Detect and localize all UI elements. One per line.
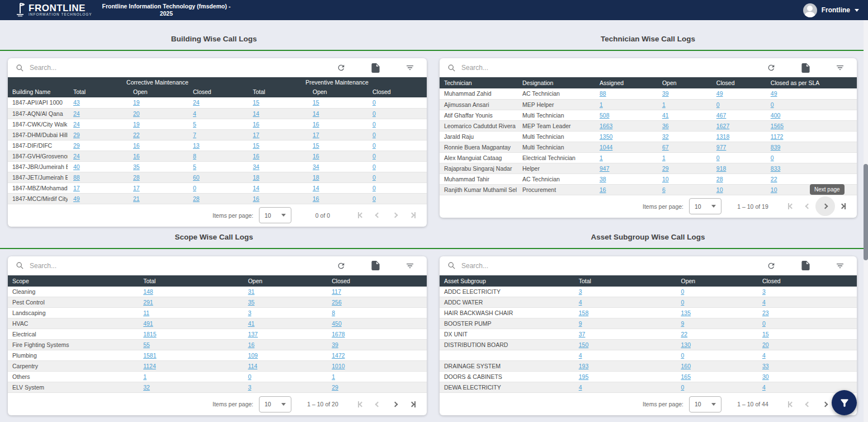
count-link[interactable]: 19 xyxy=(133,99,140,106)
count-link[interactable]: 195 xyxy=(579,373,589,380)
count-link[interactable]: 37 xyxy=(579,331,586,337)
numeric-cell[interactable]: 0 xyxy=(367,108,427,119)
search-input[interactable] xyxy=(461,262,741,270)
filter-icon[interactable] xyxy=(836,261,845,270)
numeric-cell[interactable]: 28 xyxy=(187,193,247,204)
numeric-cell[interactable]: 1044 xyxy=(594,142,657,152)
numeric-cell[interactable]: 33 xyxy=(757,361,857,372)
count-link[interactable]: 1 xyxy=(600,101,603,108)
numeric-cell[interactable]: 109 xyxy=(242,350,326,361)
numeric-cell[interactable]: 1 xyxy=(138,372,242,382)
first-page-button[interactable] xyxy=(782,396,799,413)
count-link[interactable]: 41 xyxy=(248,320,254,327)
numeric-cell[interactable]: 18 xyxy=(247,172,307,182)
numeric-cell[interactable]: 5 xyxy=(187,161,247,172)
count-link[interactable]: 29 xyxy=(73,142,80,149)
count-link[interactable]: 0 xyxy=(771,154,774,161)
count-link[interactable]: 450 xyxy=(332,320,342,327)
count-link[interactable]: 34 xyxy=(253,163,260,170)
count-link[interactable]: 130 xyxy=(681,341,691,348)
numeric-cell[interactable]: 4 xyxy=(573,382,676,393)
numeric-cell[interactable]: 0 xyxy=(765,99,857,110)
numeric-cell[interactable]: 1678 xyxy=(326,329,427,340)
vertical-scrollbar-track[interactable] xyxy=(864,20,868,422)
vertical-scrollbar-thumb[interactable] xyxy=(864,164,868,260)
numeric-cell[interactable]: 947 xyxy=(594,163,657,174)
count-link[interactable]: 30 xyxy=(762,373,769,380)
numeric-cell[interactable]: 4 xyxy=(757,350,857,361)
numeric-cell[interactable]: 117 xyxy=(326,287,427,297)
numeric-cell[interactable]: 1472 xyxy=(326,350,427,361)
numeric-cell[interactable]: 1627 xyxy=(711,120,765,131)
count-link[interactable]: 20 xyxy=(133,110,140,117)
count-link[interactable]: 5 xyxy=(193,121,196,128)
count-link[interactable]: 1350 xyxy=(600,133,612,140)
numeric-cell[interactable]: 15 xyxy=(307,97,367,108)
refresh-icon[interactable] xyxy=(767,63,776,72)
count-link[interactable]: 109 xyxy=(248,352,258,359)
count-link[interactable]: 18 xyxy=(253,174,260,181)
count-link[interactable]: 22 xyxy=(771,176,777,182)
refresh-icon[interactable] xyxy=(767,261,776,270)
count-link[interactable]: 491 xyxy=(143,320,153,327)
first-page-button[interactable] xyxy=(782,198,799,215)
numeric-cell[interactable]: 15 xyxy=(247,140,307,151)
count-link[interactable]: 1663 xyxy=(600,123,612,129)
numeric-cell[interactable]: 36 xyxy=(657,120,711,131)
count-link[interactable]: 29 xyxy=(332,384,338,391)
numeric-cell[interactable]: 23 xyxy=(757,308,857,318)
count-link[interactable]: 1472 xyxy=(332,352,345,359)
next-page-button[interactable] xyxy=(817,198,834,215)
last-page-button[interactable] xyxy=(404,396,421,413)
count-link[interactable]: 17 xyxy=(253,132,260,138)
count-link[interactable]: 3 xyxy=(579,288,582,295)
numeric-cell[interactable]: 839 xyxy=(765,142,857,152)
numeric-cell[interactable]: 0 xyxy=(711,99,765,110)
numeric-cell[interactable]: 20 xyxy=(757,340,857,350)
count-link[interactable]: 5 xyxy=(193,163,196,170)
numeric-cell[interactable]: 24 xyxy=(68,108,128,119)
numeric-cell[interactable]: 16 xyxy=(247,151,307,161)
user-menu[interactable]: Frontline xyxy=(803,3,859,17)
count-link[interactable]: 0 xyxy=(372,121,376,128)
numeric-cell[interactable]: 833 xyxy=(765,163,857,174)
count-link[interactable]: 1 xyxy=(662,154,666,161)
count-link[interactable]: 400 xyxy=(771,112,781,119)
numeric-cell[interactable]: 1581 xyxy=(138,350,242,361)
count-link[interactable]: 839 xyxy=(771,144,781,151)
count-link[interactable]: 21 xyxy=(133,195,140,202)
count-link[interactable]: 0 xyxy=(372,153,376,160)
numeric-cell[interactable]: 67 xyxy=(657,142,711,152)
count-link[interactable]: 36 xyxy=(662,123,669,129)
count-link[interactable]: 17 xyxy=(133,185,140,191)
numeric-cell[interactable]: 1350 xyxy=(594,131,657,142)
count-link[interactable]: 1044 xyxy=(600,144,612,151)
numeric-cell[interactable]: 3 xyxy=(242,308,326,318)
numeric-cell[interactable]: 1318 xyxy=(711,131,765,142)
count-link[interactable]: 7 xyxy=(193,132,196,138)
count-link[interactable]: 1124 xyxy=(143,363,156,369)
count-link[interactable]: 0 xyxy=(372,110,376,117)
count-link[interactable]: 9 xyxy=(579,320,582,327)
count-link[interactable]: 41 xyxy=(662,112,669,119)
numeric-cell[interactable]: 39 xyxy=(657,88,711,99)
numeric-cell[interactable]: 43 xyxy=(68,97,128,108)
numeric-cell[interactable]: 34 xyxy=(307,161,367,172)
count-link[interactable]: 291 xyxy=(143,299,153,306)
count-link[interactable]: 8 xyxy=(193,153,196,160)
numeric-cell[interactable]: 60 xyxy=(187,172,247,182)
count-link[interactable]: 16 xyxy=(313,153,319,160)
count-link[interactable]: 20 xyxy=(762,341,769,348)
count-link[interactable]: 38 xyxy=(600,176,606,182)
filter-icon[interactable] xyxy=(405,261,414,270)
numeric-cell[interactable]: 467 xyxy=(711,110,765,120)
numeric-cell[interactable]: 10 xyxy=(657,174,711,184)
numeric-cell[interactable]: 29 xyxy=(657,163,711,174)
count-link[interactable]: 1678 xyxy=(332,331,345,337)
count-link[interactable]: 16 xyxy=(133,153,140,160)
count-link[interactable]: 33 xyxy=(762,363,769,369)
count-link[interactable]: 4 xyxy=(193,110,196,117)
count-link[interactable]: 10 xyxy=(716,186,723,193)
numeric-cell[interactable]: 22 xyxy=(765,174,857,184)
filter-fab-button[interactable] xyxy=(832,390,857,415)
